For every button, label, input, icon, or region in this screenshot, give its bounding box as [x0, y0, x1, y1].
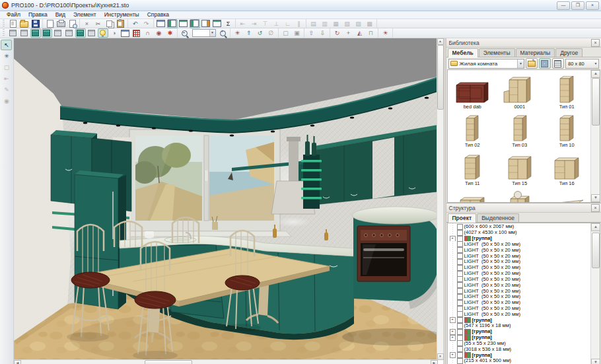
library-item[interactable]: Тип 16 [543, 148, 590, 186]
grid-button[interactable] [131, 28, 142, 38]
tree-checkbox[interactable] [457, 358, 463, 364]
tree-row[interactable]: LIGHT (50 x 50 x 20 мм) [450, 300, 590, 306]
menu-item-6[interactable]: Справка [143, 11, 173, 18]
tree-checkbox[interactable] [457, 271, 463, 277]
tree-checkbox[interactable] [457, 306, 463, 312]
tree-expander-icon[interactable]: + [450, 317, 456, 323]
structure-scrollbar[interactable]: ▲ ▼ [590, 223, 600, 364]
cut-button[interactable]: ✂ [93, 19, 104, 28]
tree-checkbox[interactable] [457, 329, 463, 335]
toolbar-grip[interactable] [3, 20, 5, 26]
show-projects-button[interactable] [167, 19, 178, 28]
view-front-button[interactable] [19, 28, 30, 38]
structure-scroll-thumb[interactable] [592, 233, 600, 268]
combo-arrow-icon[interactable]: ▼ [593, 61, 598, 65]
tree-checkbox[interactable] [457, 247, 463, 253]
library-tab-2[interactable]: Элементы [479, 48, 515, 57]
tree-checkbox[interactable] [457, 265, 463, 271]
menu-item-1[interactable]: Файл [3, 11, 24, 18]
render-button[interactable]: ☀ [380, 28, 391, 38]
tree-row[interactable]: +[группа] [450, 317, 590, 323]
tree-row[interactable]: +[группа] [450, 352, 590, 358]
tree-row[interactable]: LIGHT (50 x 50 x 20 мм) [450, 253, 590, 259]
restore-button[interactable]: ❐ [571, 1, 584, 10]
library-category-combo[interactable]: Жилая комната ▼ [448, 59, 524, 69]
delete-button[interactable]: × [82, 19, 92, 28]
zoom-level-input[interactable]: ▼ [192, 29, 216, 37]
scroll-left-arrow[interactable]: ◀ [14, 360, 21, 364]
select-area-button[interactable]: ▢ [281, 28, 291, 38]
scroll-down-arrow[interactable]: ▼ [591, 359, 600, 364]
edit-element-button[interactable]: ⊓ [366, 28, 376, 38]
tree-checkbox[interactable] [457, 346, 463, 352]
tree-row[interactable]: (55 x 55 x 230 мм) [450, 341, 590, 347]
tree-row[interactable]: LIGHT (50 x 50 x 20 мм) [450, 288, 590, 294]
copy-button[interactable] [104, 19, 115, 28]
structure-tab-2[interactable]: Выделенное [477, 213, 519, 222]
tree-checkbox[interactable] [457, 311, 463, 317]
thumbnail-view-button[interactable] [539, 58, 551, 69]
menu-item-5[interactable]: Инструменты [100, 11, 143, 18]
paste-button[interactable] [116, 19, 126, 28]
close-button[interactable]: × [586, 1, 599, 10]
library-item[interactable]: Тип 03 [496, 110, 544, 148]
scroll-up-arrow[interactable]: ▲ [591, 223, 600, 231]
zoom-out-button[interactable] [180, 28, 190, 38]
center-view-button[interactable]: ✳ [232, 28, 243, 38]
folder-up-button[interactable] [526, 58, 538, 69]
tree-row[interactable]: LIGHT (50 x 50 x 20 мм) [450, 265, 590, 271]
tree-row[interactable]: +[группа] [450, 236, 590, 242]
combo-arrow-icon[interactable]: ▼ [517, 59, 524, 68]
tree-expander-icon[interactable]: + [450, 329, 456, 335]
library-item[interactable]: Тип 11 [449, 148, 496, 186]
library-item[interactable]: Тип 18 [496, 186, 544, 202]
library-close-button[interactable]: × [591, 39, 600, 47]
save-file-button[interactable] [30, 19, 41, 28]
combo-arrow-icon[interactable]: ▼ [209, 30, 215, 36]
menu-item-2[interactable]: Правка [24, 11, 52, 18]
tree-row[interactable]: LIGHT (50 x 50 x 20 мм) [450, 247, 590, 253]
raise-element-button[interactable]: ⇧ [306, 28, 317, 38]
tree-expander-icon[interactable]: + [450, 335, 456, 341]
rotate-element-button[interactable]: ↻ [332, 28, 343, 38]
tree-checkbox[interactable] [457, 236, 463, 242]
snap-magnet-button[interactable]: ∩ [143, 28, 153, 38]
mirror-element-button[interactable]: ◭ [355, 28, 365, 38]
tree-checkbox[interactable] [457, 341, 463, 347]
tree-row[interactable]: LIGHT (50 x 50 x 20 мм) [450, 276, 590, 282]
select-tool-button[interactable]: ↖ [1, 40, 12, 50]
tree-checkbox[interactable] [457, 352, 463, 358]
menu-item-4[interactable]: Элемент [69, 11, 100, 18]
show-library-button[interactable] [178, 19, 189, 28]
show-structure-button[interactable] [190, 19, 200, 28]
library-scrollbar[interactable]: ▲ ▼ [590, 70, 600, 202]
library-scroll-thumb[interactable] [592, 78, 600, 126]
library-item[interactable]: Тип 10 [543, 110, 590, 148]
print-preview-button[interactable] [67, 19, 78, 28]
scroll-up-arrow[interactable]: ▲ [591, 70, 600, 78]
tree-checkbox[interactable] [457, 230, 463, 236]
tree-row[interactable]: (600 x 600 x 2067 мм) [450, 224, 590, 230]
properties-button[interactable] [156, 19, 166, 28]
tree-expander-icon[interactable]: + [450, 352, 456, 358]
tree-row[interactable]: (547 x 1196 x 18 мм) [450, 323, 590, 329]
tree-checkbox[interactable] [457, 241, 463, 247]
zoom-in-button[interactable] [218, 28, 229, 38]
export-file-button[interactable] [45, 19, 55, 28]
tree-checkbox[interactable] [457, 253, 463, 259]
move-element-button[interactable]: + [343, 28, 354, 38]
toolbar-grip[interactable] [3, 29, 5, 36]
library-item[interactable]: Тип 15 [496, 148, 544, 186]
details-view-button[interactable] [552, 58, 564, 69]
tree-checkbox[interactable] [457, 294, 463, 300]
undo-button[interactable]: ↶ [130, 19, 141, 28]
tree-row[interactable]: +[группа] [450, 329, 590, 335]
scroll-up-arrow[interactable]: ▲ [437, 38, 444, 45]
reset-view-button[interactable]: ∅ [266, 28, 277, 38]
tree-row[interactable]: LIGHT (50 x 50 x 20 мм) [450, 311, 590, 317]
viewport-hscrollbar[interactable]: ◀ ▶ [14, 359, 438, 364]
view-side-button[interactable] [30, 28, 41, 38]
hscroll-thumb[interactable] [145, 360, 192, 364]
tree-checkbox[interactable] [457, 224, 463, 230]
menu-item-3[interactable]: Вид [52, 11, 69, 18]
